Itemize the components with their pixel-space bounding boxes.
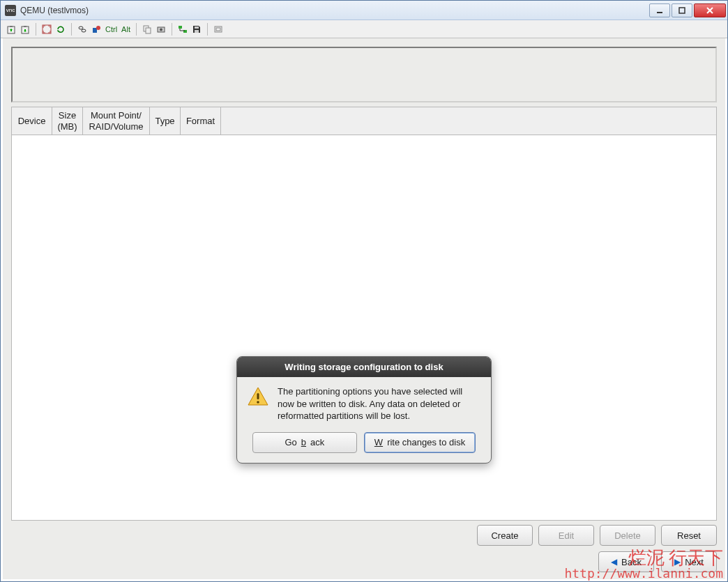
svg-rect-6 xyxy=(43,25,51,33)
svg-point-22 xyxy=(257,401,259,404)
header-device[interactable]: Device xyxy=(12,107,52,135)
dialog-actions: Go back Write changes to disk xyxy=(237,427,491,463)
delete-button[interactable]: Delete xyxy=(600,525,655,546)
confirm-dialog: Writing storage configuration to disk Th… xyxy=(236,356,492,464)
installer-screen: Device Size (MB) Mount Point/ RAID/Volum… xyxy=(3,38,725,579)
arrow-left-icon: ◀ xyxy=(611,557,617,567)
dialog-title: Writing storage configuration to disk xyxy=(237,357,491,377)
svg-point-10 xyxy=(96,26,100,30)
clipboard-up-icon[interactable] xyxy=(5,23,17,36)
next-button[interactable]: ▶ Next xyxy=(661,551,717,572)
partition-table-header: Device Size (MB) Mount Point/ RAID/Volum… xyxy=(11,107,717,135)
screenshot-icon[interactable] xyxy=(155,23,167,36)
write-changes-button[interactable]: Write changes to disk xyxy=(364,432,476,453)
go-back-button[interactable]: Go back xyxy=(252,432,357,453)
svg-rect-9 xyxy=(93,28,97,33)
maximize-icon xyxy=(678,7,685,14)
maximize-button[interactable] xyxy=(672,3,692,17)
scale-icon[interactable] xyxy=(212,23,225,36)
svg-rect-15 xyxy=(179,26,182,29)
next-label: Next xyxy=(685,557,704,567)
window-title: QEMU (testlvmos) xyxy=(20,6,649,15)
edit-button[interactable]: Edit xyxy=(538,525,594,546)
dialog-message: The partitioning options you have select… xyxy=(278,385,481,422)
create-button[interactable]: Create xyxy=(477,525,533,546)
svg-rect-12 xyxy=(146,28,151,33)
connection-icon[interactable] xyxy=(76,23,89,36)
toolbar-separator xyxy=(136,23,137,36)
svg-rect-21 xyxy=(257,393,259,399)
svg-rect-20 xyxy=(216,28,220,31)
warning-icon xyxy=(247,385,269,408)
svg-point-14 xyxy=(160,28,162,31)
fullscreen-icon[interactable] xyxy=(40,23,53,36)
titlebar: vnc QEMU (testlvmos) xyxy=(1,1,727,20)
summary-box xyxy=(11,47,717,102)
vnc-icon: vnc xyxy=(5,5,16,16)
header-mount[interactable]: Mount Point/ RAID/Volume xyxy=(83,107,150,135)
reset-button[interactable]: Reset xyxy=(661,525,717,546)
settings-icon[interactable] xyxy=(90,23,103,36)
minimize-button[interactable] xyxy=(649,3,670,17)
alt-key-button[interactable]: Alt xyxy=(120,25,132,33)
toolbar-separator xyxy=(172,23,172,36)
window-controls xyxy=(649,3,726,17)
svg-point-8 xyxy=(82,29,86,32)
header-size[interactable]: Size (MB) xyxy=(52,107,83,135)
partition-actions: Create Edit Delete Reset xyxy=(11,521,717,549)
refresh-icon[interactable] xyxy=(54,23,67,36)
ctrl-key-button[interactable]: Ctrl xyxy=(104,25,119,33)
guest-display: Device Size (MB) Mount Point/ RAID/Volum… xyxy=(3,38,725,579)
header-format[interactable]: Format xyxy=(181,107,221,135)
svg-point-7 xyxy=(79,26,83,29)
header-type[interactable]: Type xyxy=(150,107,181,135)
app-window: vnc QEMU (testlvmos) xyxy=(0,0,728,582)
back-label: Back xyxy=(621,557,642,567)
back-button[interactable]: ◀ Back xyxy=(598,551,654,572)
toolbar-separator xyxy=(71,23,72,36)
svg-rect-1 xyxy=(679,8,685,13)
toolbar-separator xyxy=(207,23,208,36)
minimize-icon xyxy=(656,7,663,14)
save-icon[interactable] xyxy=(190,23,203,36)
arrow-right-icon: ▶ xyxy=(674,557,681,567)
svg-rect-18 xyxy=(195,30,199,33)
network-icon[interactable] xyxy=(176,23,189,36)
clipboard-down-icon[interactable] xyxy=(19,23,31,36)
copy-icon[interactable] xyxy=(141,23,153,36)
dialog-body: The partitioning options you have select… xyxy=(237,377,491,427)
toolbar: Ctrl Alt xyxy=(1,20,727,38)
toolbar-separator xyxy=(36,23,36,36)
partition-tree[interactable]: Writing storage configuration to disk Th… xyxy=(11,135,717,521)
close-icon xyxy=(706,6,714,15)
header-spacer xyxy=(221,107,716,135)
svg-rect-17 xyxy=(195,26,199,29)
close-button[interactable] xyxy=(694,3,726,17)
nav-actions: ◀ Back ▶ Next xyxy=(11,549,717,572)
